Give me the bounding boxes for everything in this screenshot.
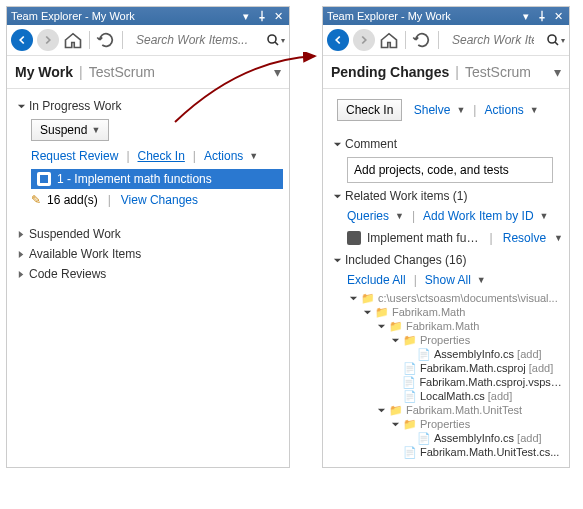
- tree-folder[interactable]: 📁Fabrikam.Math: [361, 305, 563, 319]
- work-item-icon: [347, 231, 361, 245]
- close-icon[interactable]: ✕: [271, 9, 285, 23]
- separator: |: [455, 64, 459, 80]
- close-icon[interactable]: ✕: [551, 9, 565, 23]
- expander-icon: [15, 102, 27, 111]
- search-box[interactable]: [129, 29, 261, 51]
- tree-folder[interactable]: 📁Fabrikam.Math: [375, 319, 563, 333]
- titlebar-text: Team Explorer - My Work: [327, 10, 519, 22]
- tree-label: Fabrikam.Math.csproj.vspscc...: [419, 376, 563, 388]
- separator: |: [473, 103, 476, 117]
- related-work-items-section[interactable]: Related Work items (1): [329, 187, 563, 205]
- tree-file[interactable]: 📄Fabrikam.Math.UnitTest.cs...: [389, 445, 563, 459]
- folder-icon: 📁: [361, 292, 375, 304]
- tree-label: Properties: [420, 418, 470, 430]
- code-reviews-section[interactable]: Code Reviews: [13, 265, 283, 283]
- comment-section[interactable]: Comment: [329, 135, 563, 153]
- forward-button: [353, 29, 375, 51]
- dropdown-icon[interactable]: ▾: [519, 9, 533, 23]
- tree-label: Fabrikam.Math: [406, 320, 479, 332]
- show-all-link[interactable]: Show All: [425, 273, 471, 287]
- separator: [89, 31, 90, 49]
- section-label: Code Reviews: [29, 267, 106, 281]
- expander-icon: [375, 322, 387, 331]
- comment-field-wrapper: [347, 157, 553, 183]
- search-button[interactable]: ▾: [265, 30, 285, 50]
- suspended-work-section[interactable]: Suspended Work: [13, 225, 283, 243]
- view-changes-link[interactable]: View Changes: [121, 193, 198, 207]
- check-in-button[interactable]: Check In: [337, 99, 402, 121]
- home-button[interactable]: [63, 30, 83, 50]
- tree-folder-root[interactable]: 📁c:\users\ctsoasm\documents\visual...: [347, 291, 563, 305]
- page-title: My Work: [15, 64, 73, 80]
- suspend-button[interactable]: Suspend▼: [31, 119, 109, 141]
- expander-icon: [331, 192, 343, 201]
- check-in-link[interactable]: Check In: [138, 149, 185, 163]
- back-button[interactable]: [327, 29, 349, 51]
- refresh-button[interactable]: [96, 30, 116, 50]
- header-menu-button[interactable]: ▾: [274, 64, 281, 80]
- changes-row: ✎ 16 add(s) | View Changes: [13, 191, 283, 209]
- page-title: Pending Changes: [331, 64, 449, 80]
- search-input[interactable]: [450, 32, 536, 48]
- chevron-down-icon[interactable]: ▼: [477, 275, 486, 285]
- refresh-button[interactable]: [412, 30, 432, 50]
- page-subtitle: TestScrum: [89, 64, 274, 80]
- exclude-all-link[interactable]: Exclude All: [347, 273, 406, 287]
- tree-folder[interactable]: 📁Properties: [389, 333, 563, 347]
- section-label: Related Work items (1): [345, 189, 467, 203]
- search-box[interactable]: [445, 29, 541, 51]
- included-changes-section[interactable]: Included Changes (16): [329, 251, 563, 269]
- add-work-item-link[interactable]: Add Work Item by ID: [423, 209, 533, 223]
- dropdown-icon[interactable]: ▾: [239, 9, 253, 23]
- folder-icon: 📁: [403, 418, 417, 430]
- file-icon: 📄: [403, 446, 417, 458]
- request-review-link[interactable]: Request Review: [31, 149, 118, 163]
- available-work-items-section[interactable]: Available Work Items: [13, 245, 283, 263]
- header-menu-button[interactable]: ▾: [554, 64, 561, 80]
- expander-icon: [389, 336, 401, 345]
- chevron-down-icon[interactable]: ▼: [249, 151, 258, 161]
- resolve-link[interactable]: Resolve: [503, 231, 546, 245]
- tree-file[interactable]: 📄AssemblyInfo.cs[add]: [403, 347, 563, 361]
- page-header-right: Pending Changes | TestScrum ▾: [323, 56, 569, 89]
- search-input[interactable]: [134, 32, 256, 48]
- back-button[interactable]: [11, 29, 33, 51]
- chevron-down-icon[interactable]: ▼: [456, 105, 465, 115]
- svg-point-0: [268, 35, 276, 43]
- work-item-selected[interactable]: 1 - Implement math functions: [31, 169, 283, 189]
- actions-link[interactable]: Actions: [204, 149, 243, 163]
- toolbar-left: ▾: [7, 25, 289, 56]
- comment-input[interactable]: [352, 162, 552, 178]
- titlebar-left: Team Explorer - My Work ▾ ✕: [7, 7, 289, 25]
- expander-icon: [389, 420, 401, 429]
- actions-link[interactable]: Actions: [484, 103, 523, 117]
- pin-icon[interactable]: [535, 9, 549, 23]
- tree-file[interactable]: 📄LocalMath.cs[add]: [389, 389, 563, 403]
- work-item-row[interactable]: Implement math funct... | Resolve ▼: [329, 227, 563, 249]
- tree-folder[interactable]: 📁Properties: [389, 417, 563, 431]
- section-label: Included Changes (16): [345, 253, 466, 267]
- tree-file[interactable]: 📄Fabrikam.Math.csproj[add]: [389, 361, 563, 375]
- svg-point-2: [548, 35, 556, 43]
- pin-icon[interactable]: [255, 9, 269, 23]
- search-button[interactable]: ▾: [545, 30, 565, 50]
- tree-file[interactable]: 📄Fabrikam.Math.csproj.vspscc...: [389, 375, 563, 389]
- chevron-down-icon[interactable]: ▼: [540, 211, 549, 221]
- chevron-down-icon[interactable]: ▼: [530, 105, 539, 115]
- tree-label: LocalMath.cs: [420, 390, 485, 402]
- toolbar-right: ▾: [323, 25, 569, 56]
- separator: |: [79, 64, 83, 80]
- home-button[interactable]: [379, 30, 399, 50]
- file-action: [add]: [488, 390, 512, 402]
- tree-label: Fabrikam.Math.UnitTest.cs...: [420, 446, 559, 458]
- chevron-down-icon[interactable]: ▼: [554, 233, 563, 243]
- folder-icon: 📁: [375, 306, 389, 318]
- chevron-down-icon[interactable]: ▼: [395, 211, 404, 221]
- file-icon: 📄: [417, 432, 431, 444]
- file-icon: 📄: [403, 390, 417, 402]
- shelve-link[interactable]: Shelve: [414, 103, 451, 117]
- in-progress-work-section[interactable]: In Progress Work: [13, 97, 283, 115]
- queries-link[interactable]: Queries: [347, 209, 389, 223]
- tree-folder[interactable]: 📁Fabrikam.Math.UnitTest: [375, 403, 563, 417]
- tree-file[interactable]: 📄AssemblyInfo.cs[add]: [403, 431, 563, 445]
